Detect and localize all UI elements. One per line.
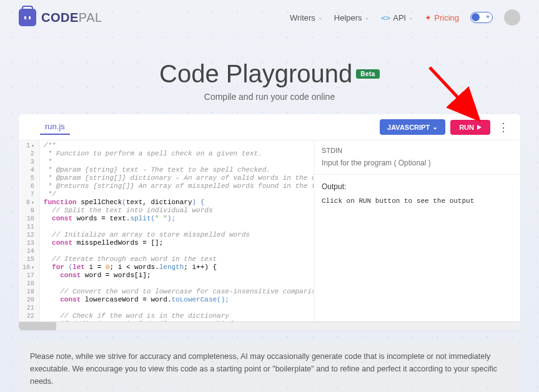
- code-icon: <>: [381, 13, 391, 22]
- playground: run.js JAVASCRIPT ⌄ RUN ⋮ 1▾2345678▾9101…: [19, 114, 520, 330]
- nav: Writers⌄ Helpers⌄ <>API⌄ ✦Pricing ☀: [290, 9, 520, 26]
- chevron-down-icon: ⌄: [318, 14, 323, 21]
- disclaimer-note: Please note, while we strive for accurac…: [19, 341, 520, 392]
- title-section: Code Playground Beta Compile and run you…: [0, 60, 539, 102]
- page-title: Code Playground Beta: [159, 60, 380, 88]
- stdin-label: STDIN: [322, 147, 513, 154]
- output-label: Output:: [322, 182, 513, 191]
- play-icon: [477, 125, 482, 130]
- avatar[interactable]: [504, 9, 520, 26]
- chevron-down-icon: ⌄: [432, 123, 438, 131]
- chevron-down-icon: ⌄: [365, 14, 370, 21]
- theme-toggle[interactable]: ☀: [470, 12, 493, 23]
- logo[interactable]: CODEPAL: [19, 9, 102, 26]
- run-button[interactable]: RUN: [450, 120, 490, 135]
- sparkle-icon: ✦: [425, 13, 432, 22]
- page-subtitle: Compile and run your code online: [0, 92, 539, 102]
- chevron-down-icon: ⌄: [408, 14, 413, 21]
- nav-pricing[interactable]: ✦Pricing: [425, 13, 459, 22]
- language-select[interactable]: JAVASCRIPT ⌄: [380, 119, 445, 135]
- sun-icon: ☀: [485, 14, 490, 20]
- nav-helpers[interactable]: Helpers⌄: [334, 13, 370, 22]
- brand-name: CODEPAL: [41, 11, 102, 25]
- code-editor[interactable]: 1▾2345678▾910111213141516▾17181920212223…: [19, 140, 314, 321]
- line-gutter: 1▾2345678▾910111213141516▾17181920212223: [19, 140, 40, 321]
- nav-api[interactable]: <>API⌄: [381, 13, 414, 22]
- more-button[interactable]: ⋮: [495, 120, 512, 134]
- beta-badge: Beta: [356, 69, 380, 79]
- nav-writers[interactable]: Writers⌄: [290, 13, 323, 22]
- output-panel: STDIN Output: Click on RUN button to see…: [314, 140, 520, 321]
- horizontal-scrollbar[interactable]: [19, 321, 520, 330]
- code-content[interactable]: /** * Function to perform a spell check …: [40, 140, 314, 321]
- stdin-input[interactable]: [322, 159, 513, 167]
- toolbar: run.js JAVASCRIPT ⌄ RUN ⋮: [19, 114, 520, 140]
- file-tab[interactable]: run.js: [40, 119, 70, 135]
- output-text: Click on RUN button to see the output: [322, 197, 513, 205]
- header: CODEPAL Writers⌄ Helpers⌄ <>API⌄ ✦Pricin…: [0, 0, 539, 35]
- logo-icon: [19, 9, 36, 26]
